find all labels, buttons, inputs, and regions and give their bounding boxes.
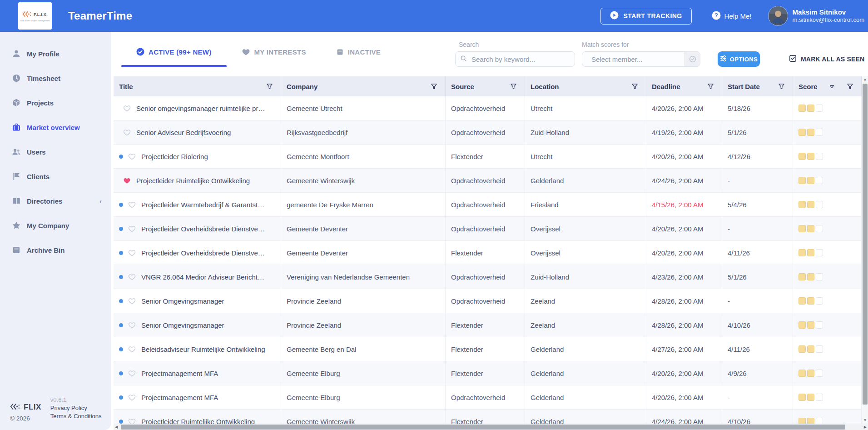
table-row[interactable]: Projectmanagement MFAGemeente ElburgFlex… <box>114 361 862 385</box>
vertical-scrollbar-thumb[interactable] <box>863 84 868 405</box>
vertical-scrollbar[interactable]: ▲ ▼ <box>862 76 868 424</box>
privacy-policy-link[interactable]: Privacy Policy <box>50 405 102 411</box>
terms-link[interactable]: Terms & Conditions <box>50 413 102 420</box>
heart-outline-icon[interactable] <box>128 394 136 401</box>
scroll-left-arrow[interactable]: ◀ <box>115 424 118 430</box>
star-icon <box>12 221 21 230</box>
heart-outline-icon[interactable] <box>128 346 136 353</box>
filter-icon[interactable] <box>510 83 517 90</box>
company-cell-value: Gemeente Elburg <box>287 394 340 401</box>
heart-outline-icon[interactable] <box>128 370 136 377</box>
location-cell: Utrecht <box>525 96 646 120</box>
table-row[interactable]: Projectleider Overheidsbrede Dienstve…Ge… <box>114 241 862 265</box>
scroll-down-arrow[interactable]: ▼ <box>862 417 868 424</box>
table-row[interactable]: Senior Adviseur BedrijfsvoeringRijksvast… <box>114 120 862 145</box>
user-avatar[interactable] <box>768 6 788 26</box>
sidebar-item-users[interactable]: Users <box>0 140 111 164</box>
score-box-filled <box>799 418 806 424</box>
filter-icon[interactable] <box>431 83 437 90</box>
filter-icon[interactable] <box>631 83 638 90</box>
unseen-dot-icon <box>119 203 123 207</box>
score-cell <box>793 96 862 120</box>
score-box-filled <box>799 370 806 377</box>
tab-active-99-new[interactable]: ACTIVE (99+ NEW) <box>121 36 227 67</box>
scroll-right-arrow[interactable]: ▶ <box>864 424 867 430</box>
user-info[interactable]: Maksim Sitnikov m.sitnikov@flix-control.… <box>793 8 864 24</box>
start-date-cell-value: 5/1/26 <box>728 129 747 136</box>
deadline-cell: 4/20/26, 2:00 AM <box>646 385 722 409</box>
horizontal-scrollbar[interactable]: ◀ ▶ <box>114 424 868 430</box>
heart-outline-icon[interactable] <box>128 250 136 256</box>
heart-outline-icon[interactable] <box>128 322 136 329</box>
location-cell: Zeeland <box>525 313 646 337</box>
table-row[interactable]: VNGR 26.064 Medior Adviseur Bericht…Vere… <box>114 265 862 289</box>
filter-icon[interactable] <box>266 83 273 90</box>
options-button[interactable]: OPTIONS <box>718 51 760 67</box>
heart-outline-icon[interactable] <box>128 418 136 424</box>
start-tracking-button[interactable]: START TRACKING <box>600 8 692 25</box>
mark-all-as-seen-button[interactable]: MARK ALL AS SEEN <box>786 51 867 67</box>
score-box-empty <box>816 177 823 184</box>
source-cell-value: Opdrachtoverheid <box>451 225 505 233</box>
unseen-dot-icon <box>119 323 123 327</box>
scroll-up-arrow[interactable]: ▲ <box>862 76 868 83</box>
filter-icon[interactable] <box>847 83 853 90</box>
flix-logo[interactable]: F.L.I.X. data-driven project management <box>18 2 52 30</box>
table-row[interactable]: Senior omgevingsmanager ruimtelijke pr…G… <box>114 96 862 120</box>
heart-outline-icon[interactable] <box>128 153 136 160</box>
horizontal-scrollbar-thumb[interactable] <box>121 425 845 430</box>
location-cell: Gelderland <box>525 361 646 385</box>
score-indicator <box>799 321 823 329</box>
sidebar-item-my-company[interactable]: My Company <box>0 213 111 238</box>
heart-outline-icon[interactable] <box>123 105 131 112</box>
apply-member-button[interactable] <box>684 52 700 66</box>
tab-inactive[interactable]: INACTIVE <box>321 36 396 67</box>
member-select[interactable]: Select member... <box>582 51 700 67</box>
source-cell: Opdrachtoverheid <box>446 193 525 216</box>
deadline-cell: 4/20/26, 2:00 AM <box>646 241 722 265</box>
score-box-filled <box>807 321 814 329</box>
sidebar-item-directories[interactable]: Directories‹ <box>0 189 111 213</box>
sidebar-item-projects[interactable]: Projects <box>0 90 111 115</box>
filter-icon[interactable] <box>778 83 785 90</box>
tab-my-interests[interactable]: MY INTERESTS <box>227 36 321 67</box>
sidebar-item-market-overview[interactable]: Market overview <box>0 115 111 140</box>
table-row[interactable]: Beleidsadviseur Ruimtelijke Ontwikkeling… <box>114 337 862 361</box>
help-button[interactable]: ? Help Me! <box>712 11 752 21</box>
deadline-cell: 4/20/26, 2:00 AM <box>646 217 722 240</box>
member-select-placeholder: Select member... <box>582 55 684 63</box>
score-box-empty <box>816 273 823 280</box>
sidebar-footer: FLIX © 2026 v0.6.1 Privacy Policy Terms … <box>10 396 102 422</box>
heart-outline-icon[interactable] <box>128 201 136 208</box>
table-row[interactable]: Projectleider Warmtebedrijf & Garantst…g… <box>114 193 862 217</box>
sidebar-item-my-profile[interactable]: My Profile <box>0 41 111 66</box>
filter-icon[interactable] <box>707 83 714 90</box>
table-row[interactable]: Senior OmgevingsmanagerProvincie Zeeland… <box>114 313 862 337</box>
table-row[interactable]: Projectleider Ruimtelijke OntwikkelingGe… <box>114 410 862 424</box>
table-row[interactable]: Projectleider RioleringGemeente Montfoor… <box>114 145 862 169</box>
app-root: F.L.I.X. data-driven project management … <box>0 0 868 430</box>
sidebar-item-archive-bin[interactable]: Archive Bin <box>0 238 111 262</box>
column-label: Score <box>799 83 829 90</box>
deadline-cell: 4/19/26, 2:00 AM <box>646 120 722 144</box>
column-label: Start Date <box>728 83 778 90</box>
sidebar-item-clients[interactable]: Clients <box>0 164 111 189</box>
sort-down-icon[interactable] <box>829 84 835 90</box>
sidebar-item-timesheet[interactable]: Timesheet <box>0 66 111 90</box>
table-row[interactable]: Projectleider Overheidsbrede Dienstve…Ge… <box>114 217 862 241</box>
table-row[interactable]: Projectleider Ruimtelijke OntwikkelingGe… <box>114 169 862 193</box>
search-input[interactable] <box>471 55 570 64</box>
mark-all-label: MARK ALL AS SEEN <box>801 55 864 63</box>
chevron-left-icon[interactable]: ‹ <box>99 197 102 205</box>
score-indicator <box>799 105 823 112</box>
start-date-cell: 5/1/26 <box>722 120 793 144</box>
source-cell-value: Opdrachtoverheid <box>451 177 505 185</box>
table-row[interactable]: Projectmanagement MFAGemeente ElburgOpdr… <box>114 385 862 410</box>
table-row[interactable]: Senior OmgevingsmanagerProvincie Zeeland… <box>114 289 862 313</box>
heart-outline-icon[interactable] <box>123 129 131 136</box>
cube-icon <box>12 98 21 107</box>
heart-outline-icon[interactable] <box>128 298 136 305</box>
heart-outline-icon[interactable] <box>128 274 136 280</box>
heart-outline-icon[interactable] <box>128 225 136 232</box>
heart-filled-icon[interactable] <box>123 177 131 184</box>
